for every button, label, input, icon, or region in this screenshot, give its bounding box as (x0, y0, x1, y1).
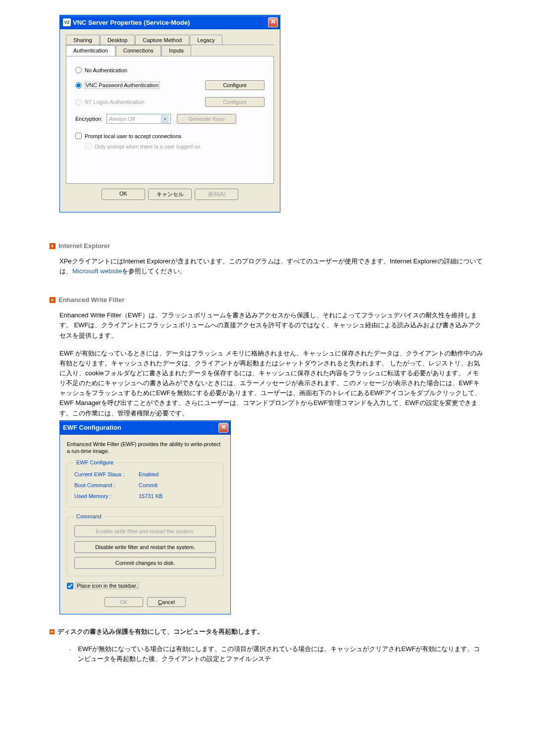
sub-heading-text: ディスクの書き込み保護を有効にして、コンピュータを再起動します。 (57, 627, 264, 636)
bullet-icon (50, 297, 55, 303)
checkbox-only-prompt-logged-on: Only prompt when there is a user logged … (85, 143, 265, 150)
radio-label: No Authentication (85, 67, 127, 73)
radio-input[interactable] (75, 82, 82, 89)
dash-icon: - (69, 644, 71, 664)
list-item: - EWFが無効になっている場合には有効にします。この項目が選択されている場合に… (69, 644, 485, 664)
encryption-select: Always Off ▾ (107, 114, 171, 124)
status-label: Current EWF Staus : (74, 471, 139, 477)
window-title: VNC Server Properties (Service-Mode) (73, 19, 268, 26)
tab-authentication[interactable]: Authentication (66, 45, 115, 56)
apply-button: 適用(A) (195, 189, 238, 200)
checkbox-place-icon-taskbar[interactable]: Place icon in the taskbar. (67, 582, 223, 589)
section-body-ie: XPeクライアントにはInternet Explorerが含まれています。このプ… (59, 256, 485, 276)
section-heading-ewf: Enhanced Write Filter (50, 296, 485, 303)
radio-vnc-password-auth[interactable]: VNC Password Authentication Configure (75, 80, 265, 90)
ok-button[interactable]: OK (102, 189, 145, 200)
sub-heading-enable-protection: ディスクの書き込み保護を有効にして、コンピュータを再起動します。 (50, 627, 485, 636)
checkbox-input[interactable] (75, 133, 82, 139)
bullet-icon (50, 243, 55, 249)
generate-keys-button: Generate Keys (177, 114, 236, 124)
ok-button: OK (105, 597, 143, 607)
vnc-server-properties-dialog: V2 VNC Server Properties (Service-Mode) … (59, 15, 280, 212)
dialog-buttons: OK キャンセル 適用(A) (66, 184, 274, 206)
enable-write-filter-button: Enable write filter and restart the syst… (74, 525, 216, 537)
chevron-down-icon: ▾ (161, 115, 168, 123)
boot-command-label: Boot Command : (74, 482, 139, 488)
tab-desktop[interactable]: Desktop (100, 35, 135, 45)
close-icon[interactable]: ✕ (268, 17, 278, 27)
radio-nt-logon-auth: NT Logon Authentication Configure (75, 97, 265, 107)
group-command: Command Enable write filter and restart … (67, 513, 223, 576)
close-icon[interactable]: ✕ (218, 423, 228, 433)
heading-text: Enhanced Write Filter (58, 296, 124, 303)
ie-text-post: を参照してください。 (122, 267, 186, 275)
used-memory-label: Used Memory : (74, 493, 139, 499)
list-item-text: EWFが無効になっている場合には有効にします。この項目が選択されている場合には、… (78, 644, 485, 664)
disable-write-filter-button[interactable]: Disable write filter and restart the sys… (74, 541, 216, 553)
microsoft-website-link[interactable]: Microsoft website (72, 267, 122, 275)
tab-inputs[interactable]: Inputs (161, 45, 191, 56)
used-memory-value: 15731 KB (139, 493, 162, 499)
radio-label: NT Logon Authentication (85, 99, 144, 105)
encryption-row: Encryption: Always Off ▾ Generate Keys (75, 114, 265, 124)
dialog-buttons: OK Cancel (67, 597, 223, 607)
configure-button[interactable]: Configure (205, 80, 265, 90)
ewf-paragraph-1: Enhanced Write Filter（EWF）は、フラッシュボリュームを書… (59, 310, 485, 340)
bullet-icon (50, 629, 54, 634)
radio-label: VNC Password Authentication (85, 82, 160, 89)
window-title: EWF Configuration (63, 424, 218, 431)
checkbox-label: Only prompt when there is a user logged … (95, 144, 200, 150)
tab-legacy[interactable]: Legacy (190, 35, 222, 45)
checkbox-prompt-local-user[interactable]: Prompt local user to accept connections (75, 133, 265, 139)
heading-text: Internet Explorer (58, 242, 110, 250)
status-value: Enabled (139, 471, 159, 477)
checkbox-input[interactable] (67, 583, 73, 589)
tabs-row-1: Sharing Desktop Capture Method Legacy (66, 35, 274, 45)
ewf-intro-text: Enhanced Write Filter (EWF) provides the… (67, 441, 223, 455)
ewf-configuration-dialog: EWF Configuration ✕ Enhanced Write Filte… (59, 420, 231, 615)
tab-sharing[interactable]: Sharing (66, 35, 100, 45)
radio-input[interactable] (75, 67, 82, 73)
encryption-value: Always Off (109, 116, 135, 122)
boot-command-value: Commit (139, 482, 158, 488)
tab-panel-authentication: No Authentication VNC Password Authentic… (66, 56, 274, 184)
titlebar[interactable]: EWF Configuration ✕ (60, 421, 230, 435)
checkbox-input (85, 143, 92, 150)
encryption-label: Encryption: (75, 116, 103, 122)
tab-capture-method[interactable]: Capture Method (135, 35, 189, 45)
configure-button-disabled: Configure (205, 97, 265, 107)
radio-no-authentication[interactable]: No Authentication (75, 67, 265, 73)
commit-changes-button[interactable]: Commit changes to disk. (74, 557, 216, 569)
ewf-paragraph-2: EWF が有効になっているときには、データはフラッシュ メモリに格納されません。… (59, 349, 485, 418)
titlebar[interactable]: V2 VNC Server Properties (Service-Mode) … (60, 15, 280, 29)
group-ewf-configure: EWF Configure Current EWF Staus : Enable… (67, 459, 223, 507)
group-legend: EWF Configure (74, 459, 115, 465)
section-body-ewf: Enhanced Write Filter（EWF）は、フラッシュボリュームを書… (59, 310, 485, 418)
tab-connections[interactable]: Connections (116, 45, 161, 56)
cancel-button[interactable]: キャンセル (148, 189, 192, 200)
group-legend: Command (74, 513, 104, 519)
cancel-button[interactable]: Cancel (147, 597, 186, 607)
section-heading-ie: Internet Explorer (50, 242, 485, 250)
vnc-app-icon: V2 (63, 18, 71, 26)
checkbox-label: Prompt local user to accept connections (85, 133, 181, 139)
tabs-row-2: Authentication Connections Inputs (66, 45, 274, 56)
checkbox-label: Place icon in the taskbar. (75, 582, 139, 589)
radio-input (75, 99, 82, 105)
